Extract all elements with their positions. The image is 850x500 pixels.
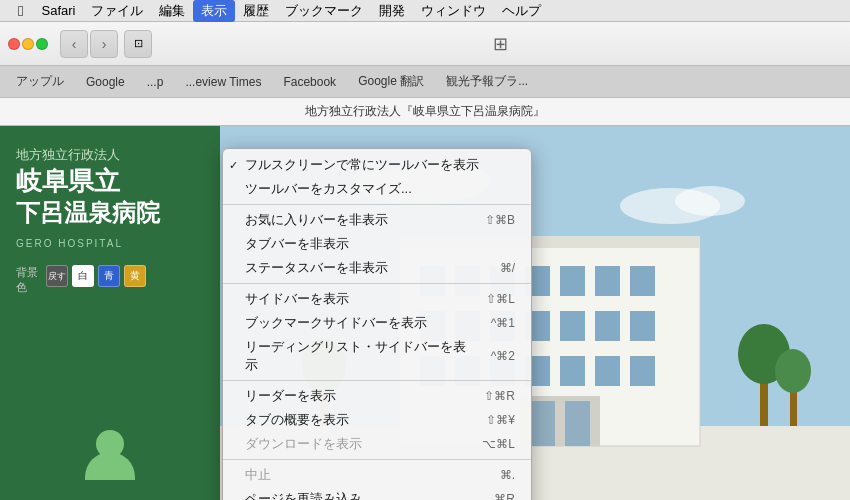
svg-rect-13 xyxy=(595,266,620,296)
fullscreen-button[interactable] xyxy=(36,38,48,50)
hospital-label2: 岐阜県立 xyxy=(16,166,204,197)
avatar-container xyxy=(16,410,204,480)
minimize-button[interactable] xyxy=(22,38,34,50)
tab-apple[interactable]: アップル xyxy=(8,71,72,92)
tab-review[interactable]: ...eview Times xyxy=(177,73,269,91)
close-button[interactable] xyxy=(8,38,20,50)
tab-translate[interactable]: Google 翻訳 xyxy=(350,71,432,92)
nav-arrows: ‹ › xyxy=(60,30,118,58)
menubar-file[interactable]: ファイル xyxy=(83,0,151,22)
menubar-bookmarks[interactable]: ブックマーク xyxy=(277,0,371,22)
menu-item-fullscreen-toolbar[interactable]: フルスクリーンで常にツールバーを表示 xyxy=(223,153,531,177)
tabs-bar: アップル Google ...p ...eview Times Facebook… xyxy=(0,66,850,98)
svg-rect-28 xyxy=(630,356,655,386)
menu-item-hide-statusbar[interactable]: ステータスバーを非表示 ⌘/ xyxy=(223,256,531,280)
svg-rect-27 xyxy=(595,356,620,386)
svg-rect-19 xyxy=(560,311,585,341)
svg-point-5 xyxy=(675,186,745,216)
menubar-help[interactable]: ヘルプ xyxy=(494,0,549,22)
hospital-romaji: GERO HOSPITAL xyxy=(16,238,204,249)
menubar-develop[interactable]: 開発 xyxy=(371,0,413,22)
page-content: 地方独立行政法人 岐阜県立 下呂温泉病院 GERO HOSPITAL 背景色 戻… xyxy=(0,126,850,500)
menu-item-hide-tabbar[interactable]: タブバーを非表示 xyxy=(223,232,531,256)
svg-rect-21 xyxy=(630,311,655,341)
menubar-edit[interactable]: 編集 xyxy=(151,0,193,22)
menu-separator-3 xyxy=(223,380,531,381)
menubar-view[interactable]: 表示 xyxy=(193,0,235,22)
menu-item-reload[interactable]: ページを再読み込み ⌘R xyxy=(223,487,531,500)
menu-separator-4 xyxy=(223,459,531,460)
menubar-window[interactable]: ウィンドウ xyxy=(413,0,494,22)
tab-kanko[interactable]: 観光予報ブラ... xyxy=(438,71,536,92)
traffic-lights xyxy=(8,38,48,50)
avatar xyxy=(75,410,145,480)
menu-item-customize-toolbar[interactable]: ツールバーをカスタマイズ... xyxy=(223,177,531,201)
tab-overview-button[interactable]: ⊡ xyxy=(124,30,152,58)
yellow-color-button[interactable]: 黄 xyxy=(124,265,146,287)
view-menu-dropdown: フルスクリーンで常にツールバーを表示 ツールバーをカスタマイズ... お気に入り… xyxy=(222,148,532,500)
reset-color-button[interactable]: 戻す xyxy=(46,265,68,287)
page-title: 地方独立行政法人『岐阜県立下呂温泉病院』 xyxy=(8,103,842,120)
menu-item-show-bookmarks-sidebar[interactable]: ブックマークサイドバーを表示 ^⌘1 xyxy=(223,311,531,335)
svg-rect-36 xyxy=(530,401,555,446)
tab-3[interactable]: ...p xyxy=(139,73,172,91)
svg-rect-14 xyxy=(630,266,655,296)
hospital-label3: 下呂温泉病院 xyxy=(16,199,204,228)
menubar-history[interactable]: 履歴 xyxy=(235,0,277,22)
svg-rect-37 xyxy=(565,401,590,446)
back-button[interactable]: ‹ xyxy=(60,30,88,58)
svg-point-34 xyxy=(775,349,811,393)
blue-color-button[interactable]: 青 xyxy=(98,265,120,287)
menubar-safari[interactable]: Safari xyxy=(33,1,83,20)
menu-item-stop[interactable]: 中止 ⌘. xyxy=(223,463,531,487)
menubar:  Safari ファイル 編集 表示 履歴 ブックマーク 開発 ウィンドウ ヘ… xyxy=(0,0,850,22)
forward-button[interactable]: › xyxy=(90,30,118,58)
menu-item-show-reader[interactable]: リーダーを表示 ⇧⌘R xyxy=(223,384,531,408)
address-bar-area: ⊞ xyxy=(158,33,842,55)
menu-item-show-downloads[interactable]: ダウンロードを表示 ⌥⌘L xyxy=(223,432,531,456)
color-label: 背景色 xyxy=(16,265,38,296)
white-color-button[interactable]: 白 xyxy=(72,265,94,287)
toolbar: ‹ › ⊡ ⊞ xyxy=(0,22,850,66)
tab-facebook[interactable]: Facebook xyxy=(275,73,344,91)
left-panel: 地方独立行政法人 岐阜県立 下呂温泉病院 GERO HOSPITAL 背景色 戻… xyxy=(0,126,220,500)
grid-icon[interactable]: ⊞ xyxy=(493,33,508,55)
color-buttons: 戻す 白 青 黄 xyxy=(46,265,146,287)
menu-item-show-sidebar[interactable]: サイドバーを表示 ⇧⌘L xyxy=(223,287,531,311)
hospital-label1: 地方独立行政法人 xyxy=(16,146,204,164)
tab-google[interactable]: Google xyxy=(78,73,133,91)
menu-item-show-reading-sidebar[interactable]: リーディングリスト・サイドバーを表示 ^⌘2 xyxy=(223,335,531,377)
menu-separator-1 xyxy=(223,204,531,205)
svg-rect-12 xyxy=(560,266,585,296)
menu-item-hide-favorites[interactable]: お気に入りバーを非表示 ⇧⌘B xyxy=(223,208,531,232)
menu-item-show-tab-overview[interactable]: タブの概要を表示 ⇧⌘¥ xyxy=(223,408,531,432)
menu-separator-2 xyxy=(223,283,531,284)
svg-rect-20 xyxy=(595,311,620,341)
svg-rect-26 xyxy=(560,356,585,386)
url-bar: 地方独立行政法人『岐阜県立下呂温泉病院』 xyxy=(0,98,850,126)
apple-menu[interactable]:  xyxy=(8,2,33,19)
